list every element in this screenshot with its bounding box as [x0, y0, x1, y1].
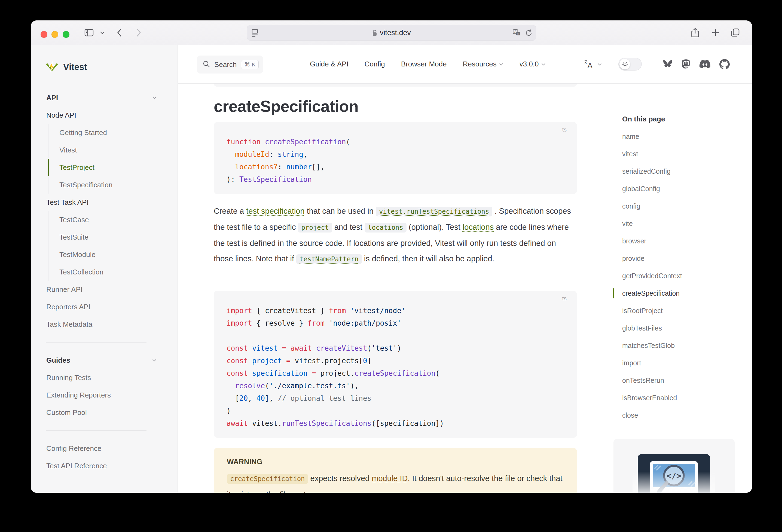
text-run: (optional). Test	[406, 223, 463, 232]
sidebar-chevron-icon[interactable]	[98, 21, 107, 45]
code-lines: function createSpecification( moduleId: …	[226, 136, 569, 186]
nav-link-resources[interactable]: Resources	[463, 60, 503, 68]
inline-code: createSpecification	[227, 474, 308, 484]
close-window-button[interactable]	[41, 31, 47, 38]
outline-item-provide[interactable]: provide	[613, 250, 741, 267]
outline-item-isrootproject[interactable]: isRootProject	[613, 302, 741, 319]
outline-item-vitest[interactable]: vitest	[613, 145, 741, 163]
sidebar-item-testsuite[interactable]: TestSuite	[48, 228, 178, 246]
text-run: that can be used in	[305, 207, 376, 215]
url-text: vitest.dev	[372, 29, 411, 37]
sidebar-item-node-api[interactable]: Node API	[31, 106, 178, 124]
sidebar-item-custom-pool[interactable]: Custom Pool	[31, 404, 178, 421]
code-lang-badge: ts	[562, 126, 567, 133]
theme-toggle-knob	[619, 59, 630, 69]
sidebar-item-testmodule[interactable]: TestModule	[48, 246, 178, 263]
nav-link-v3-0-0[interactable]: v3.0.0	[520, 60, 546, 68]
search-label: Search	[214, 61, 237, 69]
sidebar-item-getting-started[interactable]: Getting Started	[48, 124, 178, 141]
warning-body: createSpecification expects resolved mod…	[227, 470, 564, 493]
outline-item-name[interactable]: name	[613, 128, 741, 145]
chevron-down-icon	[152, 359, 156, 361]
code-block-example: ts import { createVitest } from 'vitest/…	[214, 291, 577, 438]
sponsor-ad-card[interactable]: </>	[613, 439, 735, 493]
sidebar-item-task-metadata[interactable]: Task Metadata	[31, 316, 178, 333]
sidebar-item-test-api-reference[interactable]: Test API Reference	[31, 457, 178, 474]
minimize-window-button[interactable]	[51, 31, 58, 38]
search-button[interactable]: Search ⌘ K	[197, 56, 263, 73]
sidebar-item-reporters-api[interactable]: Reporters API	[31, 298, 178, 316]
tab-overview-icon[interactable]	[728, 21, 743, 45]
sidebar-item-running-tests[interactable]: Running Tests	[31, 369, 178, 386]
mastodon-icon[interactable]	[681, 59, 690, 69]
theme-toggle[interactable]	[618, 58, 642, 71]
sun-icon	[622, 61, 628, 67]
sidebar-divider	[31, 333, 178, 352]
search-shortcut-badge: ⌘ K	[241, 60, 259, 69]
nav-link-browser-mode[interactable]: Browser Mode	[401, 60, 447, 68]
outline-item-createspecification[interactable]: createSpecification	[613, 285, 741, 302]
vitest-logo[interactable]: Vitest	[46, 61, 87, 73]
github-icon[interactable]	[719, 59, 730, 69]
sidebar-item-api[interactable]: API	[31, 89, 178, 106]
inline-code-link-testnamepattern[interactable]: testNamePattern	[296, 254, 362, 264]
outline-item-serializedconfig[interactable]: serializedConfig	[613, 163, 741, 180]
language-menu[interactable]: x A	[584, 60, 602, 69]
outline-item-config[interactable]: config	[613, 198, 741, 215]
text-link-locations[interactable]: locations	[463, 223, 494, 232]
outline-item-vite[interactable]: vite	[613, 215, 741, 232]
sidebar-item-test-task-api[interactable]: Test Task API	[31, 193, 178, 211]
translate-page-icon[interactable]: A x	[513, 29, 521, 38]
bluesky-icon[interactable]	[663, 60, 673, 69]
sidebar-item-testcollection[interactable]: TestCollection	[48, 263, 178, 281]
ad-image-fade	[633, 471, 715, 493]
new-tab-icon[interactable]	[709, 21, 722, 45]
sidebar-item-config-reference[interactable]: Config Reference	[31, 440, 178, 457]
sidebar-item-testproject[interactable]: TestProject	[48, 159, 178, 176]
code-lines: import { createVitest } from 'vitest/nod…	[226, 305, 569, 430]
sidebar-divider	[31, 421, 178, 440]
share-icon[interactable]	[688, 21, 702, 45]
translate-icon: x A	[584, 60, 595, 69]
reader-view-icon[interactable]	[251, 29, 258, 38]
reload-icon[interactable]	[525, 29, 532, 38]
description-paragraph: Create a test specification that can be …	[214, 203, 577, 267]
text-link-module-id[interactable]: module ID	[372, 474, 407, 483]
inline-code: locations	[365, 223, 406, 233]
back-button[interactable]	[112, 21, 126, 45]
inline-code-link-vitest-runtestspecifications[interactable]: vitest.runTestSpecifications	[376, 207, 493, 216]
sidebar-item-extending-reporters[interactable]: Extending Reporters	[31, 386, 178, 404]
chevron-down-icon	[597, 63, 602, 66]
sidebar-item-guides[interactable]: Guides	[31, 352, 178, 369]
browser-window: vitest.dev A x	[31, 21, 752, 493]
outline-item-ontestsrerun[interactable]: onTestsRerun	[613, 371, 741, 389]
outline-item-globalconfig[interactable]: globalConfig	[613, 180, 741, 198]
vitest-logo-icon	[46, 61, 58, 73]
outline-item-close[interactable]: close	[613, 406, 741, 424]
outline-item-import[interactable]: import	[613, 354, 741, 371]
text-run: and test	[332, 223, 365, 232]
inline-code: project	[298, 223, 332, 233]
sidebar-item-runner-api[interactable]: Runner API	[31, 281, 178, 298]
discord-icon[interactable]	[699, 60, 711, 69]
outline-item-getprovidedcontext[interactable]: getProvidedContext	[613, 267, 741, 285]
forward-button[interactable]	[132, 21, 146, 45]
sidebar-item-testspecification[interactable]: TestSpecification	[48, 176, 178, 193]
text-run: expects resolved	[308, 474, 372, 483]
outline-item-browser[interactable]: browser	[613, 232, 741, 250]
sidebar-item-testcase[interactable]: TestCase	[48, 211, 178, 228]
address-bar[interactable]: vitest.dev A x	[247, 25, 536, 41]
nav-link-guide-api[interactable]: Guide & API	[310, 60, 349, 68]
nav-links: Guide & APIConfigBrowser ModeResourcesv3…	[310, 45, 546, 83]
outline-item-isbrowserenabled[interactable]: isBrowserEnabled	[613, 389, 741, 406]
nav-right-cluster: x A	[568, 45, 734, 83]
zoom-window-button[interactable]	[63, 31, 69, 38]
nav-link-config[interactable]: Config	[365, 60, 385, 68]
sidebar-toggle-icon[interactable]	[82, 21, 96, 45]
sidebar-item-vitest[interactable]: Vitest	[48, 141, 178, 159]
outline-item-globtestfiles[interactable]: globTestFiles	[613, 319, 741, 337]
outline-item-matchestestglob[interactable]: matchesTestGlob	[613, 337, 741, 354]
text-link-test-specification[interactable]: test specification	[246, 207, 305, 215]
warning-title: WARNING	[227, 458, 564, 466]
separator	[576, 57, 576, 71]
